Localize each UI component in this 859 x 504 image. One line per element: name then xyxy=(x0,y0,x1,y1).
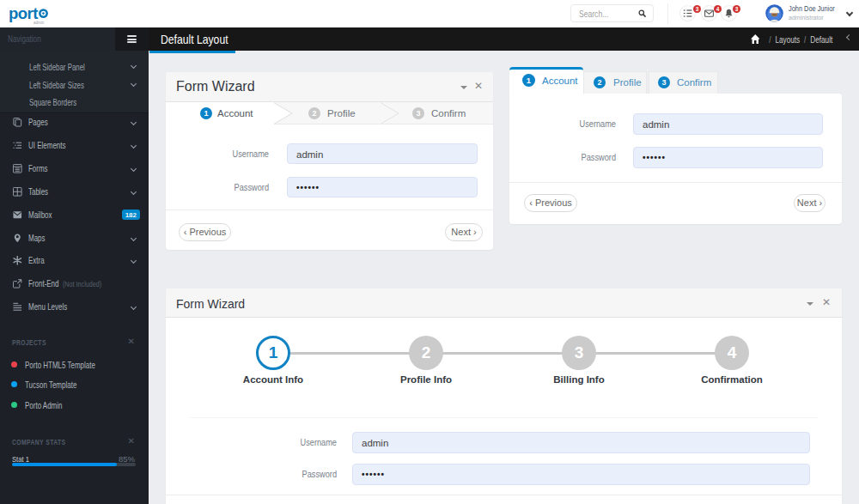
svg-text:admin: admin xyxy=(34,21,45,25)
svg-text:port: port xyxy=(9,4,38,22)
